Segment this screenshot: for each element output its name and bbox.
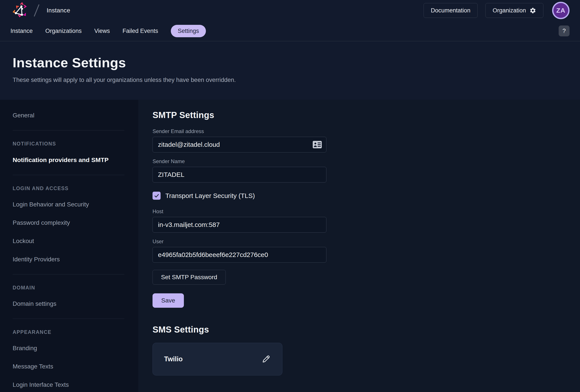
sidebar-item-message-texts[interactable]: Message Texts <box>13 363 124 370</box>
tls-checkbox[interactable] <box>152 192 160 200</box>
sidebar-item-login-interface-texts[interactable]: Login Interface Texts <box>13 381 124 388</box>
sidebar-item-login-behavior-and-security[interactable]: Login Behavior and Security <box>13 201 124 208</box>
sms-provider-card[interactable]: Twilio <box>152 343 282 376</box>
sidebar-item-domain-settings[interactable]: Domain settings <box>13 300 124 307</box>
sidebar-section-notifications: NOTIFICATIONS <box>13 141 124 147</box>
user-input[interactable] <box>152 247 326 263</box>
smtp-settings-heading: SMTP Settings <box>152 110 580 120</box>
avatar[interactable]: ZA <box>552 2 570 19</box>
divider <box>13 175 124 175</box>
set-smtp-password-button[interactable]: Set SMTP Password <box>152 270 226 285</box>
tls-label[interactable]: Transport Layer Security (TLS) <box>165 192 255 199</box>
sms-provider-name: Twilio <box>164 355 183 363</box>
save-button[interactable]: Save <box>152 293 184 308</box>
tls-checkbox-row: Transport Layer Security (TLS) <box>152 192 580 200</box>
sender-name-field-group: Sender Name <box>152 158 326 182</box>
divider <box>13 130 124 131</box>
sender-email-input[interactable] <box>152 137 326 152</box>
title-section: Instance Settings These settings will ap… <box>0 41 580 100</box>
organization-button-label: Organization <box>493 7 526 14</box>
zitadel-logo-icon[interactable] <box>10 1 30 20</box>
tab-failed-events[interactable]: Failed Events <box>123 25 158 37</box>
smtp-settings-panel: SMTP Settings Sender Email address Sende… <box>138 100 580 392</box>
page-subtitle: These settings will apply to all your or… <box>13 76 567 83</box>
sender-email-label: Sender Email address <box>152 128 326 134</box>
divider <box>13 319 124 319</box>
sidebar-item-branding[interactable]: Branding <box>13 345 124 352</box>
user-label: User <box>152 239 326 245</box>
host-input[interactable] <box>152 217 326 233</box>
sidebar-item-password-complexity[interactable]: Password complexity <box>13 219 124 226</box>
top-zone: Instance Documentation Organization ZA I… <box>0 0 580 100</box>
sidebar-item-lockout[interactable]: Lockout <box>13 238 124 245</box>
documentation-button[interactable]: Documentation <box>424 3 478 18</box>
sidebar-section-login-and-access: LOGIN AND ACCESS <box>13 186 124 191</box>
tab-settings[interactable]: Settings <box>171 25 206 37</box>
content: General NOTIFICATIONS Notification provi… <box>0 100 580 392</box>
breadcrumb-separator <box>34 4 39 16</box>
checkmark-icon <box>154 193 159 199</box>
divider <box>13 274 124 274</box>
edit-pencil-icon[interactable] <box>261 354 271 364</box>
avatar-initials: ZA <box>556 7 566 14</box>
host-label: Host <box>152 208 326 215</box>
tab-organizations[interactable]: Organizations <box>45 25 82 37</box>
sender-name-input[interactable] <box>152 167 326 182</box>
page-title: Instance Settings <box>13 55 567 70</box>
gear-icon <box>529 7 536 14</box>
tab-bar: Instance Organizations Views Failed Even… <box>0 21 580 41</box>
organization-button[interactable]: Organization <box>485 3 543 18</box>
sidebar-item-notification-providers-and-smtp[interactable]: Notification providers and SMTP <box>13 156 124 163</box>
top-bar: Instance Documentation Organization ZA <box>0 0 580 21</box>
user-field-group: User <box>152 239 326 263</box>
sender-email-field-group: Sender Email address <box>152 128 326 152</box>
sidebar-section-domain: DOMAIN <box>13 285 124 291</box>
breadcrumb[interactable]: Instance <box>47 7 70 14</box>
sidebar-item-general[interactable]: General <box>13 112 124 119</box>
help-button[interactable]: ? <box>559 25 570 36</box>
settings-sidebar: General NOTIFICATIONS Notification provi… <box>0 100 138 392</box>
sender-name-label: Sender Name <box>152 158 326 164</box>
sms-settings-heading: SMS Settings <box>152 325 580 335</box>
tab-instance[interactable]: Instance <box>10 25 33 37</box>
sidebar-section-appearance: APPEARANCE <box>13 329 124 335</box>
host-field-group: Host <box>152 208 326 233</box>
documentation-button-label: Documentation <box>431 7 470 14</box>
sidebar-item-identity-providers[interactable]: Identity Providers <box>13 256 124 263</box>
tab-views[interactable]: Views <box>94 25 110 37</box>
contact-card-icon <box>312 141 322 148</box>
